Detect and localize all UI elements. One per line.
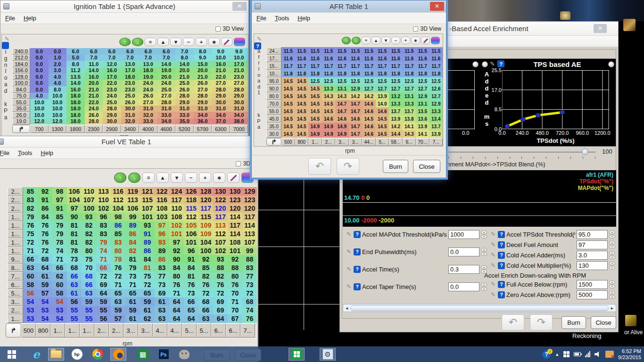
- afr-cell[interactable]: 11.7: [322, 62, 336, 70]
- ignition-3dview-checkbox[interactable]: [215, 26, 221, 32]
- ve-row-header[interactable]: 2...: [8, 196, 23, 204]
- ignition-cell[interactable]: 28.0: [212, 86, 230, 93]
- pencil-icon[interactable]: [421, 37, 430, 44]
- ve-cell[interactable]: 66: [198, 306, 213, 314]
- ve-cell[interactable]: 78: [52, 238, 67, 247]
- menu-help[interactable]: Help: [24, 15, 36, 22]
- afr-cell[interactable]: 14.5: [295, 92, 309, 100]
- afr-col-header[interactable]: 3...: [335, 138, 349, 146]
- ve-cell[interactable]: 70: [228, 289, 242, 297]
- afr-cell[interactable]: 12.5: [389, 77, 403, 85]
- ve-cell[interactable]: 81: [125, 255, 140, 263]
- action-center-icon[interactable]: ?: [542, 350, 551, 359]
- ignition-row-header[interactable]: 26.0: [12, 112, 30, 118]
- ve-cell[interactable]: 107: [82, 196, 96, 204]
- scroll-left-icon[interactable]: ◄: [343, 306, 350, 311]
- ve-cell[interactable]: 110: [169, 204, 184, 213]
- ignition-cell[interactable]: 24.0: [157, 80, 176, 87]
- ignition-cell[interactable]: 28.0: [230, 86, 248, 93]
- internet-explorer-icon[interactable]: e: [28, 348, 44, 361]
- ignition-cell[interactable]: 6.0: [66, 48, 85, 55]
- ignition-cell[interactable]: 21.0: [212, 67, 230, 74]
- afr-row-header[interactable]: 70.0: [266, 100, 281, 107]
- ve-cell[interactable]: 64: [169, 314, 184, 323]
- ve-cell[interactable]: 63: [23, 263, 38, 272]
- ignition-cell[interactable]: 37.0: [212, 118, 230, 125]
- afr-row-header[interactable]: 95.0: [266, 77, 281, 85]
- ignition-cell[interactable]: 32.0: [139, 112, 157, 118]
- afr-cell[interactable]: 11.8: [416, 70, 429, 77]
- afr-cell[interactable]: 12.6: [429, 85, 443, 92]
- menu-tools[interactable]: Tools: [275, 15, 289, 22]
- ve-cell[interactable]: 120: [228, 204, 242, 213]
- ve-cell[interactable]: 115: [184, 204, 198, 213]
- ve-cell[interactable]: 128: [198, 187, 213, 196]
- ignition-cell[interactable]: 10.0: [30, 106, 49, 112]
- ve-cell[interactable]: 91: [140, 230, 155, 238]
- ve-cell[interactable]: 59: [140, 297, 155, 306]
- spinner[interactable]: ▲▼: [609, 251, 615, 259]
- afr-col-header[interactable]: 44...: [362, 138, 376, 146]
- ve-cell[interactable]: 56: [96, 314, 111, 323]
- help-icon[interactable]: [2, 42, 9, 49]
- ignition-cell[interactable]: 31.0: [157, 106, 176, 112]
- paintbrush-icon[interactable]: ✎: [490, 60, 495, 67]
- afr-cell[interactable]: 14.7: [349, 100, 363, 107]
- ve-cell[interactable]: 72: [213, 289, 228, 297]
- ve-cell[interactable]: 79: [23, 213, 38, 221]
- ve-cell[interactable]: 78: [111, 255, 125, 263]
- afr-cell[interactable]: 14.9: [308, 130, 322, 138]
- afr-col-header[interactable]: 70...: [416, 138, 429, 146]
- ve-cell[interactable]: 116: [111, 187, 125, 196]
- help-icon[interactable]: ?: [354, 248, 361, 255]
- ve-cell[interactable]: 112: [184, 213, 198, 221]
- ve-cell[interactable]: 74: [52, 247, 67, 255]
- ve-cell[interactable]: 76: [198, 280, 213, 289]
- ignition-cell[interactable]: 7.0: [103, 55, 121, 61]
- ignition-cell[interactable]: 30.0: [121, 106, 140, 112]
- ve-cell[interactable]: 97: [169, 238, 184, 247]
- ignition-cell[interactable]: 9.0: [212, 48, 230, 55]
- ignition-col-header[interactable]: 6300: [212, 125, 230, 133]
- spin-down-icon[interactable]: ▼: [481, 252, 487, 256]
- ignition-cell[interactable]: 33.0: [139, 118, 157, 125]
- ignition-cell[interactable]: 6.0: [121, 48, 140, 55]
- ve-cell[interactable]: 72: [198, 289, 213, 297]
- ignition-cell[interactable]: 26.0: [121, 99, 140, 106]
- ve-cell[interactable]: 58: [52, 289, 67, 297]
- afr-cell[interactable]: 11.7: [403, 62, 416, 70]
- ignition-cell[interactable]: 7.0: [157, 55, 176, 61]
- afr-col-header[interactable]: 800: [295, 138, 309, 146]
- ve-cell[interactable]: 110: [96, 196, 111, 204]
- ve-cell[interactable]: 72: [140, 280, 155, 289]
- afr-cell[interactable]: 14.6: [362, 130, 376, 138]
- ignition-cell[interactable]: 19.0: [139, 74, 157, 80]
- ve-cell[interactable]: 113: [125, 196, 140, 204]
- edit-pencil-icon[interactable]: ✎: [490, 252, 496, 258]
- smooth-down-icon[interactable]: ↓: [132, 38, 143, 46]
- ve-cell[interactable]: 75: [140, 272, 155, 280]
- help-icon[interactable]: ?: [354, 266, 361, 273]
- ve-cell[interactable]: 63: [155, 306, 169, 314]
- ve-cell[interactable]: 91: [52, 204, 67, 213]
- ve-cell[interactable]: 62: [140, 314, 155, 323]
- ve-cell[interactable]: 75: [23, 230, 38, 238]
- ve-cell[interactable]: 107: [140, 204, 155, 213]
- ve-cell[interactable]: 72: [96, 272, 111, 280]
- ignition-cell[interactable]: 10.0: [30, 112, 49, 118]
- ve-cell[interactable]: 67: [228, 314, 242, 323]
- afr-cell[interactable]: 11.8: [308, 70, 322, 77]
- ve-cell[interactable]: 81: [67, 238, 82, 247]
- ve-cell[interactable]: 83: [23, 196, 38, 204]
- set-equal-icon[interactable]: =: [145, 38, 156, 46]
- afr-row-header[interactable]: 90.0: [266, 85, 281, 92]
- afr-cell[interactable]: 13.5: [416, 107, 429, 115]
- spin-up-icon[interactable]: ▲: [481, 230, 487, 234]
- ignition-row-header[interactable]: 75.0: [12, 93, 30, 99]
- ve-cell[interactable]: 69: [213, 297, 228, 306]
- ignition-cell[interactable]: 16.0: [66, 86, 85, 93]
- help-icon[interactable]: ?: [498, 291, 505, 298]
- ignition-row-header[interactable]: 35.0: [12, 106, 30, 112]
- ve-cell[interactable]: 61: [125, 297, 140, 306]
- ve-cell[interactable]: 80: [82, 247, 96, 255]
